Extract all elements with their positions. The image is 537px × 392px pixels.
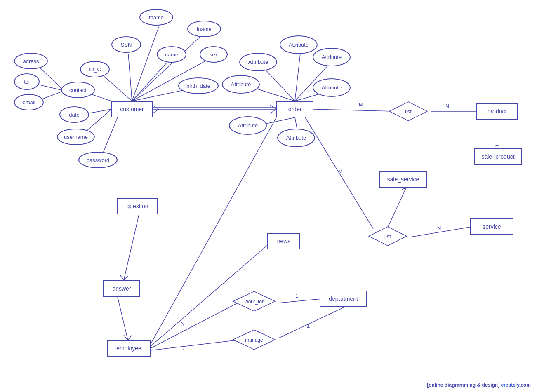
label-username: username xyxy=(64,134,88,140)
svg-text:M: M xyxy=(359,101,363,108)
ellipse-date: date xyxy=(59,106,89,123)
svg-line-42 xyxy=(120,275,124,280)
watermark: [online diagramming & design] creately.c… xyxy=(427,382,531,388)
label-lname: lname xyxy=(197,26,211,32)
label-attr4: Attribute xyxy=(231,81,251,87)
ellipse-fname: fname xyxy=(139,9,173,26)
entity-news: news xyxy=(267,233,300,249)
svg-text:list: list xyxy=(384,233,391,239)
label-contact: contact xyxy=(69,87,87,93)
ellipse-idc: ID_C xyxy=(80,61,110,77)
label-password: password xyxy=(87,157,110,163)
label-question: question xyxy=(127,203,148,209)
ellipse-birth-date: birth_date xyxy=(178,77,219,94)
label-answer: answer xyxy=(112,285,131,292)
svg-line-19 xyxy=(270,105,276,109)
diamond-manage: manage xyxy=(232,329,276,350)
ellipse-attr4: Attribute xyxy=(222,75,260,94)
svg-line-20 xyxy=(270,109,276,113)
ellipse-attr2: Attribute xyxy=(313,48,351,66)
svg-line-2 xyxy=(128,54,132,101)
label-fname: fname xyxy=(149,14,164,21)
label-order: order xyxy=(288,106,302,113)
ellipse-attr3: Attribute xyxy=(239,53,277,71)
ellipse-attr5: Attribute xyxy=(313,78,351,97)
ellipse-attr6: Attribute xyxy=(229,116,267,135)
label-employee: employee xyxy=(116,345,141,352)
label-attr6: Attribute xyxy=(238,122,258,129)
ellipse-password: password xyxy=(78,152,118,168)
ellipse-sex: sex xyxy=(200,46,228,63)
entity-employee: employee xyxy=(107,340,151,357)
label-name: name xyxy=(165,52,179,58)
svg-line-46 xyxy=(128,335,132,340)
ellipse-contact: contact xyxy=(61,82,95,98)
ellipse-ssn: SSN xyxy=(111,36,141,53)
label-ssn: SSN xyxy=(121,42,132,48)
ellipse-attr7: Attribute xyxy=(277,129,315,147)
label-email: email xyxy=(22,99,35,106)
watermark-suffix: .com xyxy=(519,382,531,388)
entity-question: question xyxy=(117,198,158,214)
svg-line-3 xyxy=(132,56,173,101)
svg-line-21 xyxy=(295,47,301,101)
svg-line-44 xyxy=(118,297,128,340)
ellipse-tel: tel xyxy=(14,73,40,90)
diamond-list1: list xyxy=(389,101,428,122)
svg-text:M: M xyxy=(338,168,343,174)
svg-text:list: list xyxy=(405,108,412,115)
label-idc: ID_C xyxy=(89,66,101,73)
svg-line-28 xyxy=(313,109,394,111)
diagram-container: M N M N N xyxy=(0,0,537,392)
svg-text:N: N xyxy=(181,321,184,327)
svg-line-17 xyxy=(153,109,159,113)
ellipse-adress: adress xyxy=(14,53,48,69)
svg-line-16 xyxy=(153,105,159,109)
ellipse-lname: lname xyxy=(187,21,221,37)
watermark-text: [online diagramming & design] xyxy=(427,382,499,388)
label-adress: adress xyxy=(23,58,39,64)
label-birth-date: birth_date xyxy=(186,83,210,89)
svg-line-41 xyxy=(124,214,139,280)
ellipse-username: username xyxy=(57,129,95,145)
entity-answer: answer xyxy=(103,280,140,297)
label-tel: tel xyxy=(24,79,30,85)
svg-text:manage: manage xyxy=(245,337,263,343)
label-date: date xyxy=(69,112,79,118)
label-attr3: Attribute xyxy=(248,59,268,65)
diamond-work-for: work_for xyxy=(232,291,276,312)
label-attr2: Attribute xyxy=(322,54,342,60)
label-news: news xyxy=(277,238,291,244)
label-customer: customer xyxy=(120,106,144,113)
label-attr1: Attribute xyxy=(289,42,309,48)
label-attr7: Attribute xyxy=(286,135,306,141)
entity-customer: customer xyxy=(111,101,153,117)
ellipse-email: email xyxy=(14,94,44,110)
svg-text:1: 1 xyxy=(182,347,185,354)
watermark-brand: creately xyxy=(501,382,519,388)
diamond-list2: list xyxy=(368,226,407,246)
svg-text:work_for: work_for xyxy=(244,299,264,305)
label-attr5: Attribute xyxy=(322,85,342,91)
entity-order: order xyxy=(276,101,313,117)
label-sex: sex xyxy=(210,52,218,58)
ellipse-attr1: Attribute xyxy=(280,35,318,54)
ellipse-name: name xyxy=(157,46,186,63)
